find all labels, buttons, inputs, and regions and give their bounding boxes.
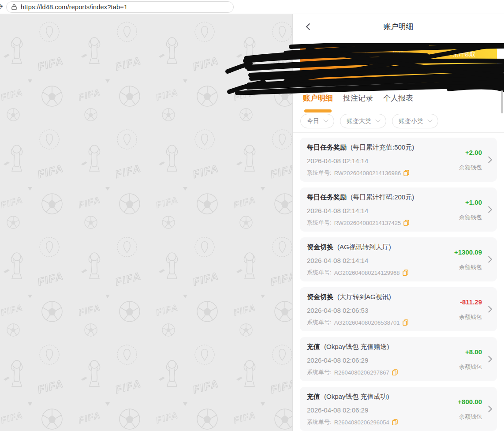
order-number: AG202604080206538701 (334, 319, 400, 326)
transaction-card[interactable]: 每日任务奖励 (每日累计打码:200元) 2026-04-08 02:14:14… (300, 187, 497, 232)
transaction-datetime: 2026-04-08 02:06:29 (307, 406, 434, 414)
chevron-right-icon[interactable] (485, 156, 493, 163)
reload-icon[interactable]: ⟳ (0, 2, 3, 11)
transaction-list: 每日任务奖励 (每日累计充值:500元) 2026-04-08 02:14:14… (293, 133, 504, 431)
wallet-label: 余额钱包 (459, 413, 482, 421)
transaction-subtitle: (Okpay钱包 充值赠送) (324, 343, 389, 351)
transaction-subtitle: (Okpay钱包 充值成功) (324, 393, 389, 401)
chevron-right-icon[interactable] (485, 356, 493, 363)
scrollbar-thumb[interactable] (501, 90, 503, 113)
order-label: 系统单号: (307, 169, 332, 177)
chevron-right-icon[interactable] (485, 306, 493, 313)
transaction-subtitle: (大厅转到AG视讯) (337, 293, 391, 301)
transaction-amount-block: +800.00 余额钱包 (434, 393, 482, 431)
tab[interactable]: 投注记录 (343, 93, 373, 114)
order-number: AG202604080214129968 (334, 270, 400, 276)
transaction-amount-block: -811.29 余额钱包 (434, 293, 482, 331)
chevron-right-icon[interactable] (485, 256, 493, 263)
filter-label: 今日 (307, 117, 319, 125)
transaction-subtitle: (每日累计充值:500元) (351, 143, 414, 152)
transaction-type: 资金切换 (307, 243, 333, 251)
transaction-card[interactable]: 充值 (Okpay钱包 充值成功) 2026-04-08 02:06:29 系统… (300, 387, 497, 431)
chevron-left-icon (306, 23, 313, 30)
order-number: R2604080206297867 (334, 369, 389, 376)
transaction-amount-block: +8.00 余额钱包 (434, 343, 482, 381)
transaction-card[interactable]: 资金切换 (AG视讯转到大厅) 2026-04-08 02:14:14 系统单号… (300, 237, 497, 281)
filter-bar: 今日 账变大类 账变小类 (293, 114, 504, 133)
transaction-type: 资金切换 (307, 293, 333, 301)
chevron-down-icon (427, 117, 432, 122)
amount: +800.00 (458, 398, 482, 405)
copy-icon[interactable] (403, 220, 409, 226)
order-label: 系统单号: (307, 219, 332, 227)
wallet-label: 余额钱包 (459, 214, 482, 221)
transaction-subtitle: (每日累计打码:200元) (351, 193, 414, 202)
tab-label: 个人报表 (383, 94, 413, 102)
order-label: 系统单号: (307, 319, 332, 326)
tab[interactable]: 个人报表 (383, 93, 413, 114)
transaction-type: 每日任务奖励 (307, 193, 347, 202)
transaction-datetime: 2026-04-08 02:14:14 (307, 207, 434, 214)
order-label: 系统单号: (307, 368, 332, 376)
chevron-down-icon (375, 117, 380, 122)
transaction-datetime: 2026-04-08 02:14:14 (307, 157, 434, 165)
amount: +1.00 (465, 199, 482, 206)
summary-col-1 (300, 50, 366, 58)
url-text: https://ld48.com/reports/index?tab=1 (21, 4, 127, 11)
copy-icon[interactable] (392, 419, 398, 425)
back-button[interactable] (302, 21, 314, 32)
wallet-label: 余额钱包 (459, 263, 482, 271)
order-number: RW202604080214136986 (334, 170, 401, 176)
transaction-datetime: 2026-04-08 02:06:53 (307, 307, 434, 314)
copy-icon[interactable] (392, 369, 398, 375)
summary-col-claimed: 累计领取 (431, 50, 497, 58)
wallet-label: 余额钱包 (459, 363, 482, 371)
transaction-info: 资金切换 (大厅转到AG视讯) 2026-04-08 02:06:53 系统单号… (307, 293, 434, 331)
page: FIFA FIFA (0, 0, 504, 431)
transaction-type: 每日任务奖励 (307, 143, 347, 152)
filter-label: 账变小类 (399, 117, 423, 125)
wallet-label: 余额钱包 (459, 313, 482, 321)
transaction-info: 每日任务奖励 (每日累计打码:200元) 2026-04-08 02:14:14… (307, 193, 434, 232)
filter-dropdown[interactable]: 今日 (300, 114, 334, 128)
amount: +8.00 (465, 348, 482, 356)
order-label: 系统单号: (307, 418, 332, 426)
panel-header: 账户明细 (293, 14, 504, 39)
copy-icon[interactable] (403, 170, 409, 176)
wallet-label: 余额钱包 (459, 164, 482, 172)
account-detail-panel: 账户明细 提现 累计领取 账户明细 投注记录 个人报表 今日 (292, 14, 504, 431)
chevron-down-icon (323, 117, 328, 122)
transaction-info: 资金切换 (AG视讯转到大厅) 2026-04-08 02:14:14 系统单号… (307, 243, 434, 281)
transaction-amount-block: +2.00 余额钱包 (434, 143, 482, 182)
transaction-info: 充值 (Okpay钱包 充值成功) 2026-04-08 02:06:29 系统… (307, 393, 434, 431)
summary-section: 提现 累计领取 (293, 39, 504, 87)
card-divider (431, 50, 431, 58)
transaction-card[interactable]: 资金切换 (大厅转到AG视讯) 2026-04-08 02:06:53 系统单号… (300, 287, 497, 331)
summary-col-withdraw: 提现 (366, 50, 431, 58)
url-field[interactable]: https://ld48.com/reports/index?tab=1 (6, 1, 234, 13)
transaction-card[interactable]: 充值 (Okpay钱包 充值赠送) 2026-04-08 02:06:29 系统… (300, 337, 497, 381)
filter-dropdown[interactable]: 账变小类 (392, 114, 438, 128)
lock-icon (11, 4, 17, 10)
copy-icon[interactable] (403, 270, 408, 276)
filter-dropdown[interactable]: 账变大类 (340, 114, 386, 128)
tab-label: 账户明细 (303, 94, 333, 102)
browser-address-bar: ⟳ https://ld48.com/reports/index?tab=1 (0, 0, 504, 14)
transaction-card[interactable]: 每日任务奖励 (每日累计充值:500元) 2026-04-08 02:14:14… (300, 138, 497, 182)
balance-summary-card: 提现 累计领取 (300, 45, 497, 83)
amount: -811.29 (460, 298, 482, 306)
transaction-datetime: 2026-04-08 02:14:14 (307, 257, 434, 264)
amount: +2.00 (465, 149, 482, 156)
chevron-right-icon[interactable] (485, 206, 493, 213)
chevron-right-icon[interactable] (485, 405, 493, 412)
tab[interactable]: 账户明细 (303, 93, 333, 114)
transaction-datetime: 2026-04-08 02:06:29 (307, 356, 434, 364)
tab-label: 投注记录 (343, 94, 373, 102)
copy-icon[interactable] (403, 319, 408, 326)
order-number: R2604080206296054 (334, 419, 389, 426)
report-tabs: 账户明细 投注记录 个人报表 (293, 87, 504, 114)
transaction-type: 充值 (307, 343, 320, 351)
transaction-subtitle: (AG视讯转到大厅) (337, 243, 391, 251)
order-label: 系统单号: (307, 269, 332, 277)
page-title: 账户明细 (384, 22, 414, 32)
